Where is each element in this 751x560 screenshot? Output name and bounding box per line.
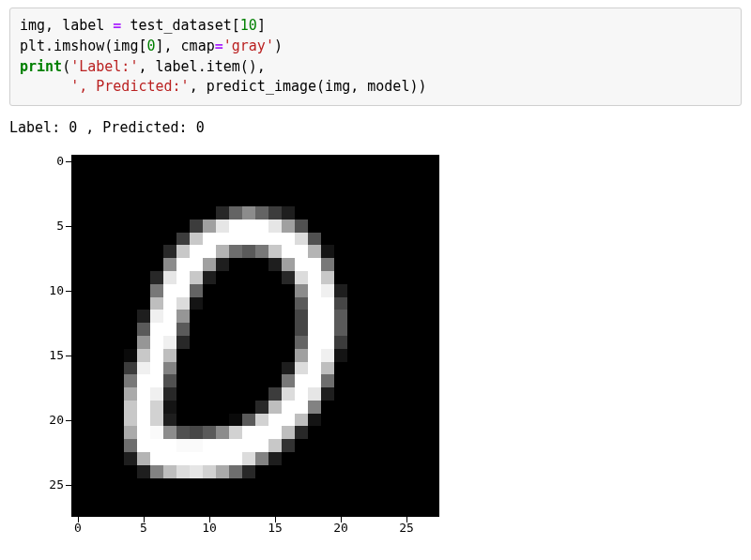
- x-tick-label: 10: [195, 521, 223, 535]
- matplotlib-figure: 05101520250510152025: [19, 145, 469, 549]
- imshow-axes: [71, 155, 439, 517]
- y-tick-label: 20: [36, 413, 64, 427]
- x-tick-label: 25: [392, 521, 421, 535]
- y-tick-label: 10: [36, 283, 64, 297]
- y-tick-label: 0: [36, 154, 64, 168]
- code-text: img, label = test_dataset[10] plt.imshow…: [20, 17, 427, 95]
- code-cell: img, label = test_dataset[10] plt.imshow…: [9, 8, 742, 106]
- y-tick-label: 25: [36, 477, 64, 492]
- x-tick-label: 20: [327, 521, 355, 535]
- x-tick-label: 0: [64, 521, 92, 535]
- x-tick-label: 5: [130, 521, 158, 535]
- y-tick-label: 5: [36, 219, 64, 233]
- stdout-output: Label: 0 , Predicted: 0: [9, 119, 742, 136]
- x-tick-label: 15: [261, 521, 289, 535]
- y-tick-label: 15: [36, 348, 64, 362]
